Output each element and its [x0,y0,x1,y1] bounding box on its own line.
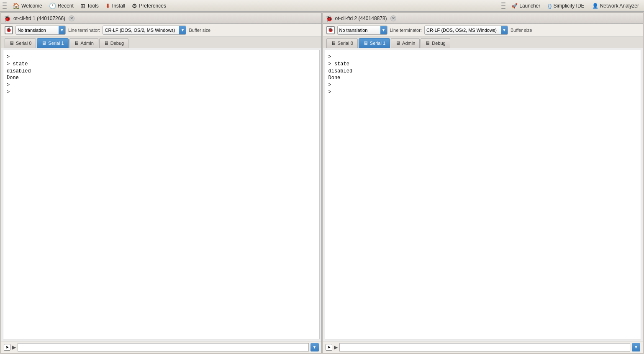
menu-simplicity-ide[interactable]: {} Simplicity IDE [544,2,588,10]
line-terminator-select-arrow-2: ▼ [501,26,508,34]
panel-2-tab-admin[interactable]: 🖥 Admin [391,38,420,48]
panel-2-input-bar: ➤ ▶ ▼ [323,341,643,353]
panel-1-translation-value: No translation [18,28,57,33]
panel-1-line-terminator-label: Line terminator: [68,28,100,33]
line-terminator-select-arrow: ▼ [179,26,186,34]
panel-1-command-input[interactable] [18,343,309,351]
device-icon: 🐞 [6,27,12,33]
panel-2-send-button[interactable]: ▼ [632,343,640,351]
panel-1-device-btn[interactable]: 🐞 [5,26,13,34]
menu-welcome[interactable]: 🏠 Welcome [9,2,46,10]
panel-2-tab-serial0[interactable]: 🖥 Serial 0 [326,38,358,48]
terminal-line: > [7,82,316,89]
device-icon-2: 🐞 [328,27,334,33]
terminal-line: > [328,89,638,96]
panel-1-title: ot-cli-ftd 1 (440107266) [13,16,65,21]
panel-1-titlebar: 🐞 ot-cli-ftd 1 (440107266) ✕ [1,13,321,24]
panel-2-line-terminator-value: CR-LF (DOS, OS/2, MS Windows) [426,28,499,33]
serial1-icon-2: 🖥 [363,40,368,46]
terminal-line: > [7,89,316,96]
panel-2-tab-serial0-label: Serial 0 [338,41,353,46]
translation-select-arrow: ▼ [59,26,65,34]
panel-1-tab-debug-label: Debug [110,41,124,46]
menu-network-analyzer[interactable]: 👤 Network Analyzer [589,2,642,10]
menu-install-label: Install [112,3,125,9]
menu-recent-label: Recent [58,3,74,9]
input-send-icon-2: ➤ [326,344,332,351]
terminal-line: disabled [7,68,316,75]
panel-2-command-input[interactable] [339,343,631,351]
terminal-line: > state [328,61,638,68]
menu-welcome-label: Welcome [21,3,42,9]
panel-2-device-btn[interactable]: 🐞 [326,26,335,34]
panel-1-input-bar: ➤ ▶ ▼ [1,341,321,353]
panel-2-close-button[interactable]: ✕ [390,16,396,21]
input-send-icon: ➤ [4,344,10,351]
terminal-line: Done [328,75,638,82]
network-analyzer-icon: 👤 [592,3,598,9]
terminal-line: > [328,54,638,61]
simplicity-ide-icon: {} [548,3,552,9]
panel-1-toolbar: 🐞 No translation ▼ Line terminator: CR-L… [1,24,321,36]
panel-1-tab-serial0-label: Serial 0 [16,41,31,46]
admin-icon: 🖥 [74,40,79,46]
debug-icon-2: 🖥 [425,40,430,46]
panel-2-tab-serial1[interactable]: 🖥 Serial 1 [359,38,390,48]
panel-2-buffer-size-label: Buffer size [511,28,532,33]
panel-1-tabs: 🖥 Serial 0 🖥 Serial 1 🖥 Admin 🖥 Debug [1,36,321,48]
panel-1: 🐞 ot-cli-ftd 1 (440107266) ✕ 🐞 No transl… [1,13,322,353]
panel-2: 🐞 ot-cli-ftd 2 (440148878) ✕ 🐞 No transl… [323,13,644,353]
launcher-icon: 🚀 [511,3,518,9]
terminal-line: Done [7,75,316,82]
panel-2-tabs: 🖥 Serial 0 🖥 Serial 1 🖥 Admin 🖥 Debug [323,36,643,48]
serial0-icon-2: 🖥 [331,40,336,46]
panel-1-buffer-size-label: Buffer size [189,28,210,33]
panel-1-close-button[interactable]: ✕ [69,16,74,21]
cmd-icon: ▶ [12,344,16,350]
panel-1-tab-serial1[interactable]: 🖥 Serial 1 [37,38,68,48]
panel-2-tab-admin-label: Admin [402,41,415,46]
menu-preferences[interactable]: ⚙ Preferences [128,2,169,10]
tools-icon: ⊞ [80,3,85,9]
panel-2-tab-debug-label: Debug [432,41,445,46]
panel-1-line-terminator-select[interactable]: CR-LF (DOS, OS/2, MS Windows) ▼ [103,26,186,35]
install-icon: ⬇ [105,3,110,9]
menu-grip-left [2,1,8,10]
menu-tools-label: Tools [87,3,99,9]
panel-2-tab-debug[interactable]: 🖥 Debug [421,38,450,48]
panel-2-toolbar: 🐞 No translation ▼ Line terminator: CR-L… [323,24,643,36]
menubar: 🏠 Welcome 🕐 Recent ⊞ Tools ⬇ Install ⚙ P… [0,0,644,12]
debug-icon: 🖥 [104,40,109,46]
panel-2-translation-value: No translation [339,28,379,33]
panel-1-send-button[interactable]: ▼ [310,343,319,351]
panel-2-tab-serial1-label: Serial 1 [370,41,385,46]
menu-recent[interactable]: 🕐 Recent [46,2,77,10]
home-icon: 🏠 [13,3,20,9]
menu-preferences-label: Preferences [139,3,166,9]
serial1-icon: 🖥 [41,40,46,46]
menu-network-analyzer-label: Network Analyzer [600,3,639,9]
preferences-icon: ⚙ [132,3,137,9]
menu-install[interactable]: ⬇ Install [102,2,128,10]
menu-launcher[interactable]: 🚀 Launcher [508,2,544,10]
recent-icon: 🕐 [49,3,56,9]
main-content: 🐞 ot-cli-ftd 1 (440107266) ✕ 🐞 No transl… [0,12,644,354]
panel-1-tab-admin[interactable]: 🖥 Admin [69,38,98,48]
panel-1-device-icon: 🐞 [4,15,11,22]
terminal-line: disabled [328,68,638,75]
panel-1-terminal: >> statedisabledDone>> [3,50,320,339]
menu-tools[interactable]: ⊞ Tools [77,2,102,10]
menu-right-group: 🚀 Launcher {} Simplicity IDE 👤 Network A… [508,2,642,10]
panel-1-line-terminator-value: CR-LF (DOS, OS/2, MS Windows) [105,28,177,33]
panel-2-line-terminator-select[interactable]: CR-LF (DOS, OS/2, MS Windows) ▼ [424,26,508,35]
panel-1-tab-serial0[interactable]: 🖥 Serial 0 [5,38,36,48]
panel-1-translation-select[interactable]: No translation ▼ [15,26,66,35]
menu-launcher-label: Launcher [519,3,540,9]
menu-grip-right [500,1,506,10]
panel-2-device-icon: 🐞 [326,15,333,22]
panel-2-translation-select[interactable]: No translation ▼ [337,26,387,35]
panel-1-tab-serial1-label: Serial 1 [48,41,64,46]
panel-1-tab-debug[interactable]: 🖥 Debug [99,38,128,48]
panel-2-title: ot-cli-ftd 2 (440148878) [335,16,387,21]
panel-2-titlebar: 🐞 ot-cli-ftd 2 (440148878) ✕ [323,13,643,24]
